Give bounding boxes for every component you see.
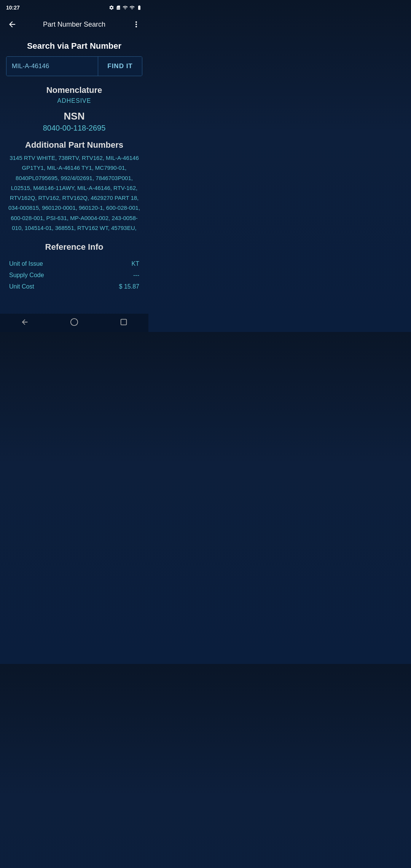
settings-icon: [109, 5, 114, 10]
additional-heading: Additional Part Numbers: [6, 140, 142, 150]
supply-code-label: Supply Code: [9, 272, 44, 279]
app-bar-title: Part Number Search: [20, 21, 129, 29]
unit-cost-label: Unit Cost: [9, 283, 34, 290]
additional-numbers: 3145 RTV WHITE, 738RTV, RTV162, MIL-A-46…: [6, 153, 142, 233]
status-bar: 10:27: [0, 0, 148, 14]
nav-back-button[interactable]: [16, 314, 34, 330]
ref-row-supply-code: Supply Code ---: [6, 270, 142, 281]
nav-recents-button[interactable]: [115, 314, 133, 330]
ref-row-unit-of-issue: Unit of Issue KT: [6, 258, 142, 270]
search-input[interactable]: [6, 57, 98, 76]
unit-of-issue-value: KT: [132, 260, 139, 267]
supply-code-value: ---: [133, 272, 139, 279]
back-button[interactable]: [5, 17, 20, 32]
nsn-heading: NSN: [6, 110, 142, 122]
battery-icon: [136, 5, 142, 10]
app-bar: Part Number Search: [0, 14, 148, 35]
bottom-nav: [0, 314, 148, 332]
ref-row-unit-cost: Unit Cost $ 15.87: [6, 281, 142, 292]
unit-of-issue-label: Unit of Issue: [9, 260, 43, 267]
find-it-button[interactable]: FIND IT: [98, 57, 142, 76]
reference-table: Unit of Issue KT Supply Code --- Unit Co…: [6, 258, 142, 292]
nsn-value: 8040-00-118-2695: [6, 124, 142, 132]
reference-info-heading: Reference Info: [6, 242, 142, 252]
status-time: 10:27: [6, 5, 20, 11]
unit-cost-value: $ 15.87: [119, 283, 139, 290]
nomenclature-heading: Nomenclature: [6, 85, 142, 95]
svg-point-0: [71, 319, 78, 326]
main-content: Search via Part Number FIND IT Nomenclat…: [0, 35, 148, 298]
search-heading: Search via Part Number: [6, 41, 142, 51]
svg-rect-1: [121, 319, 127, 325]
wifi-icon: [123, 5, 128, 10]
nomenclature-value: ADHESIVE: [6, 97, 142, 104]
status-icons: [109, 5, 142, 10]
more-options-button[interactable]: [129, 17, 144, 32]
search-row: FIND IT: [6, 56, 142, 76]
sim-icon: [116, 5, 121, 10]
nav-home-button[interactable]: [65, 314, 83, 330]
signal-icon: [129, 5, 135, 10]
